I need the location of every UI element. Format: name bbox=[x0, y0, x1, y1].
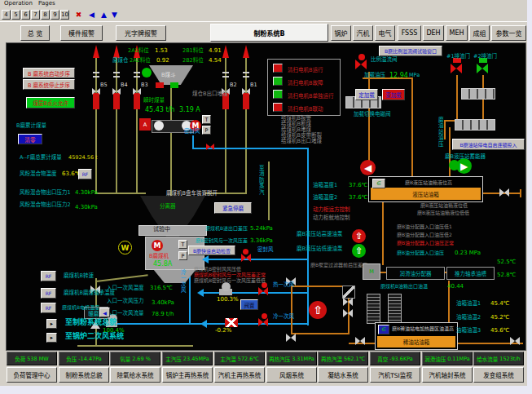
nav-button-负荷管理中心[interactable]: 负荷管理中心 bbox=[7, 367, 57, 383]
nav-button-汽机轴封系统[interactable]: 汽机轴封系统 bbox=[422, 367, 473, 383]
valve-icon[interactable] bbox=[355, 337, 365, 345]
canvas-label: 磨煤机B电机温度 bbox=[62, 305, 99, 311]
pump-run-indicator[interactable]: ◀ bbox=[360, 160, 376, 175]
damper-direction-button[interactable]: ◀ bbox=[99, 308, 110, 317]
goto-secondary-air-icon[interactable]: ▸ bbox=[46, 333, 57, 343]
mill-motor-icon: M bbox=[152, 240, 163, 251]
burner-flame-icon bbox=[93, 45, 99, 58]
pipe-segment bbox=[382, 201, 384, 265]
valve-icon[interactable] bbox=[355, 60, 367, 69]
nav-button-锅炉主再热系统[interactable]: 锅炉主再热系统 bbox=[162, 367, 213, 383]
trend-button[interactable]: T bbox=[202, 115, 211, 124]
goto-pulverizing-overview-icon[interactable]: ▸ bbox=[46, 319, 57, 329]
nav-button-汽机TSI监视[interactable]: 汽机TSI监视 bbox=[370, 367, 420, 383]
valve-icon[interactable] bbox=[92, 88, 101, 95]
up-arrow-icon[interactable]: ▲ bbox=[99, 9, 109, 20]
back-arrow-icon[interactable]: ◀ bbox=[86, 9, 97, 20]
fixed-loading-button[interactable]: 定加载 bbox=[355, 89, 378, 100]
tab-汽机[interactable]: 汽机 bbox=[353, 25, 373, 41]
nav-button-发变组系统[interactable]: 发变组系统 bbox=[473, 367, 524, 383]
trend-button[interactable]: T bbox=[178, 240, 187, 249]
relief-valve-test-window-button[interactable]: B磨比例溢流阀试验窗口 bbox=[379, 46, 442, 56]
variable-loading-button[interactable]: 变加载 bbox=[382, 89, 405, 100]
mill-b-stop-sequence-button[interactable]: B 磨系统停止步序 bbox=[23, 79, 75, 90]
rf-button[interactable]: RF bbox=[41, 271, 56, 281]
emergency-mill-stop-button[interactable]: 紧急停磨 bbox=[214, 202, 252, 214]
rf-button[interactable]: RF bbox=[78, 169, 92, 179]
tab-MEH[interactable]: MEH bbox=[446, 25, 468, 41]
point-button[interactable]: P bbox=[178, 251, 187, 260]
nav-button-凝结水系统[interactable]: 凝结水系统 bbox=[318, 367, 368, 383]
valve-icon[interactable] bbox=[112, 88, 121, 95]
tab-FSSS[interactable]: FSSS bbox=[398, 25, 421, 41]
valve-icon[interactable] bbox=[206, 144, 214, 151]
tab-DEH[interactable]: DEH bbox=[423, 25, 444, 41]
tab-成组[interactable]: 成组 bbox=[469, 25, 490, 41]
pipe-segment bbox=[110, 323, 308, 325]
clear-total-button[interactable]: 清零 bbox=[18, 134, 42, 144]
valve-icon[interactable] bbox=[343, 309, 353, 317]
page-button-4[interactable]: 4 bbox=[2, 10, 11, 20]
canvas-label: B2 bbox=[230, 82, 237, 88]
pipe-segment bbox=[449, 127, 451, 178]
quick-start-check-button[interactable]: B磨快速启动检查 bbox=[188, 246, 235, 255]
menu-operation[interactable]: Operation bbox=[4, 0, 33, 7]
valve-icon[interactable] bbox=[451, 64, 463, 73]
page-button-6[interactable]: 6 bbox=[21, 10, 30, 20]
nav-button-除氧给水系统[interactable]: 除氧给水系统 bbox=[110, 367, 160, 383]
lube-oil-distributor-label: 润滑油分配器 bbox=[400, 269, 432, 277]
pipe-segment bbox=[77, 345, 193, 347]
valve-icon[interactable] bbox=[242, 88, 251, 95]
tab-锅炉[interactable]: 锅炉 bbox=[331, 25, 351, 41]
valve-icon[interactable] bbox=[133, 88, 142, 95]
oil-station-auto-restart-interlock-button[interactable]: B磨油站停电自启连锁投入 bbox=[452, 139, 525, 150]
canvas-label: 原煤仓 bbox=[112, 58, 129, 64]
equipment-shape bbox=[243, 76, 249, 77]
tab-光字牌报警[interactable]: 光字牌报警 bbox=[116, 25, 166, 41]
page-button-10[interactable]: 10 bbox=[60, 10, 69, 20]
valve-icon[interactable] bbox=[286, 334, 296, 342]
oil-circulation-pump-icon[interactable]: ⇧ bbox=[309, 301, 327, 319]
valve-icon[interactable] bbox=[241, 254, 251, 262]
arrow-icon bbox=[197, 289, 204, 297]
heater-icon-button[interactable]: ∈ bbox=[378, 325, 389, 334]
delete-icon[interactable]: ✖ bbox=[73, 9, 84, 20]
tab-模件报警[interactable]: 模件报警 bbox=[60, 25, 103, 41]
page-button-5[interactable]: 5 bbox=[11, 10, 20, 20]
page-button-7[interactable]: 7 bbox=[31, 10, 40, 20]
status-label: 润滑油压 bbox=[424, 355, 446, 363]
status-cell: 主汽压23.45MPa bbox=[162, 352, 213, 365]
canvas-label: B磨煤机 bbox=[149, 254, 169, 259]
tab-总 览[interactable]: 总 览 bbox=[20, 25, 50, 41]
low-speed-pump-icon[interactable]: ⇧ bbox=[352, 244, 366, 258]
mill-b-start-sequence-button[interactable]: B 磨系统启动步序 bbox=[23, 68, 75, 78]
canvas-label: 磨B液压站高速油泵 bbox=[297, 232, 342, 237]
page-button-9[interactable]: 9 bbox=[51, 10, 59, 20]
tank-level-icon-button[interactable]: ∈ bbox=[372, 179, 385, 188]
mimic-canvas: A暖磨箱润滑油分配器推力轴承油槽M液压站油箱稀油站油箱MMW◀▶⇧⇧⇧清扫电机B… bbox=[7, 43, 525, 350]
valve-icon[interactable] bbox=[343, 298, 353, 306]
valve-icon[interactable] bbox=[258, 318, 269, 327]
tab-电气[interactable]: 电气 bbox=[375, 25, 395, 41]
nav-button-汽机主再热系统[interactable]: 汽机主再热系统 bbox=[214, 367, 265, 383]
coal-layer-b-ignition-permit-button[interactable]: 煤层B点火允许 bbox=[26, 97, 75, 108]
nav-button-制粉系统总貌[interactable]: 制粉系统总貌 bbox=[59, 367, 109, 383]
valve-icon[interactable] bbox=[510, 337, 520, 345]
nav-button-风烟系统[interactable]: 风烟系统 bbox=[266, 367, 317, 383]
canvas-label: 45.8A bbox=[153, 261, 172, 268]
high-speed-pump-icon[interactable]: ⇧ bbox=[352, 229, 366, 243]
valve-icon[interactable] bbox=[258, 287, 269, 296]
canvas-label: B磨累计煤量 bbox=[16, 123, 46, 129]
down-arrow-icon[interactable]: ▼ bbox=[109, 9, 120, 20]
rf-button[interactable]: RF bbox=[41, 303, 56, 313]
valve-icon[interactable] bbox=[499, 188, 510, 197]
page-button-8[interactable]: 8 bbox=[41, 10, 50, 20]
tab-制粉系统B[interactable]: 制粉系统B bbox=[210, 24, 328, 42]
canvas-label: 磨煤机B密封风与一次风压差低低 bbox=[194, 278, 266, 284]
menu-pages[interactable]: Pages bbox=[38, 0, 55, 7]
valve-icon[interactable] bbox=[477, 64, 489, 73]
rf-button[interactable]: RF bbox=[41, 288, 56, 299]
valve-position-button[interactable]: 阀置 bbox=[240, 299, 258, 310]
tab-参数一览[interactable]: 参数一览 bbox=[491, 25, 526, 41]
point-button[interactable]: P bbox=[202, 126, 211, 135]
